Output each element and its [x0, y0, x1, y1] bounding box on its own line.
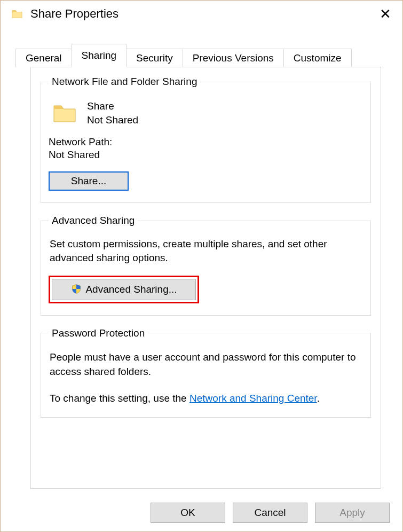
network-path-label: Network Path: [49, 136, 363, 148]
tabs-container: General Sharing Security Previous Versio… [1, 27, 402, 489]
group-network-sharing-legend: Network File and Folder Sharing [49, 76, 200, 88]
advanced-sharing-button[interactable]: Advanced Sharing... [52, 279, 196, 300]
group-network-sharing: Network File and Folder Sharing Share No… [41, 76, 371, 203]
tab-security[interactable]: Security [126, 49, 183, 67]
tab-previous-versions[interactable]: Previous Versions [183, 49, 284, 67]
cancel-button[interactable]: Cancel [233, 503, 307, 523]
share-name: Share [87, 99, 138, 113]
advanced-sharing-highlight: Advanced Sharing... [49, 276, 199, 303]
password-change-prefix: To change this setting, use the [50, 393, 189, 404]
share-info-row: Share Not Shared [49, 99, 363, 127]
tab-strip: General Sharing Security Previous Versio… [15, 43, 392, 67]
window-title: Share Properties [30, 7, 375, 21]
dialog-button-row: OK Cancel Apply [151, 503, 390, 523]
share-button[interactable]: Share... [49, 171, 129, 191]
uac-shield-icon [70, 284, 82, 295]
folder-icon [52, 100, 77, 126]
tab-panel-sharing: Network File and Folder Sharing Share No… [30, 67, 381, 489]
group-password-protection-legend: Password Protection [49, 327, 148, 339]
share-labels: Share Not Shared [87, 99, 138, 127]
group-advanced-sharing-legend: Advanced Sharing [49, 215, 138, 226]
password-protection-change-text: To change this setting, use the Network … [50, 391, 361, 406]
advanced-sharing-button-label: Advanced Sharing... [85, 284, 177, 295]
network-and-sharing-center-link[interactable]: Network and Sharing Center [189, 393, 317, 404]
folder-icon [11, 8, 23, 20]
advanced-sharing-description: Set custom permissions, create multiple … [50, 237, 362, 264]
group-password-protection: Password Protection People must have a u… [41, 327, 371, 418]
share-status: Not Shared [87, 113, 138, 127]
password-change-suffix: . [317, 393, 320, 404]
tab-general[interactable]: General [15, 49, 72, 67]
network-path-value: Not Shared [49, 149, 363, 161]
password-protection-text: People must have a user account and pass… [50, 350, 361, 379]
ok-button[interactable]: OK [151, 503, 225, 523]
titlebar: Share Properties ✕ [1, 1, 402, 27]
properties-dialog: Share Properties ✕ General Sharing Secur… [0, 0, 403, 532]
tab-sharing[interactable]: Sharing [72, 44, 127, 67]
close-icon[interactable]: ✕ [375, 6, 396, 22]
tab-customize[interactable]: Customize [283, 49, 352, 67]
group-advanced-sharing: Advanced Sharing Set custom permissions,… [41, 215, 371, 315]
apply-button[interactable]: Apply [315, 503, 390, 523]
